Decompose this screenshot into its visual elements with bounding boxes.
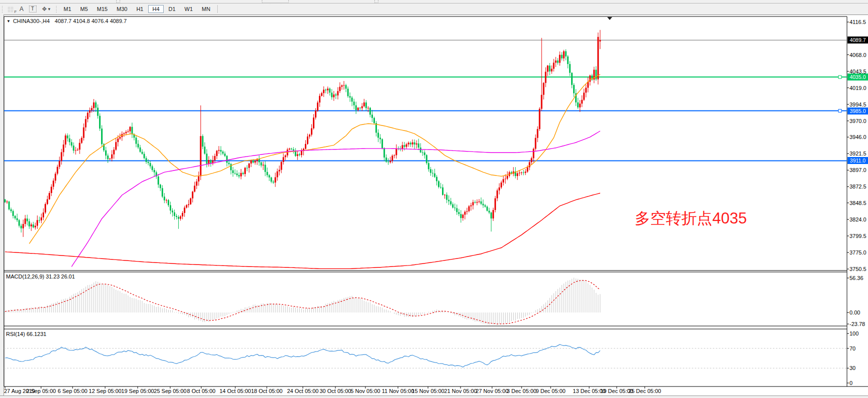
time-axis-label: 18 Oct 05:00	[250, 388, 284, 394]
rsi-axis-label: 100	[849, 330, 858, 336]
macd-histogram	[5, 278, 600, 325]
time-axis-label: 21 Nov 05:00	[444, 388, 478, 394]
macd-indicator-label: MACD(12,26,9) 31.23 26.01	[6, 274, 75, 280]
time-axis-label: 2 Sep 05:00	[24, 388, 58, 394]
macd-axis-label: 56.36	[849, 275, 863, 281]
macd-axis-label: 0.00	[849, 310, 860, 316]
price-tag[interactable]: 3911.0	[847, 157, 868, 164]
price-axis-label: 3946.0	[849, 134, 866, 140]
time-axis-label: 5 Nov 05:00	[348, 388, 382, 394]
price-axis-label: 4019.0	[849, 85, 866, 91]
time-axis-label: 8 Oct 05:00	[184, 388, 218, 394]
rsi-indicator-label: RSI(14) 66.1231	[6, 331, 47, 337]
rsi-axis-label: 0	[849, 380, 852, 386]
time-axis-label: 9 Dec 05:00	[534, 388, 568, 394]
ma-line-medium-ma	[72, 131, 600, 266]
time-axis-label: 25 Dec 05:00	[628, 388, 662, 394]
price-axis-label: 3921.5	[849, 150, 866, 156]
time-axis-label: 19 Sep 05:00	[121, 388, 155, 394]
macd-signal-line	[5, 280, 600, 324]
mt4-application-window: F A T ❖ ▾ M1M5M15M30H1H4D1W1MN ▼ CHINA30…	[0, 0, 868, 398]
price-axis-label: 3970.0	[849, 118, 866, 124]
time-axis-label: 30 Oct 05:00	[318, 388, 352, 394]
chart-canvas[interactable]	[0, 0, 868, 398]
ohlc-values: 4087.7 4104.8 4076.4 4089.7	[55, 18, 127, 24]
price-axis-label: 3799.5	[849, 233, 866, 239]
rsi-panel-layer	[4, 344, 847, 368]
price-axis-label: 3872.5	[849, 184, 866, 190]
ma-line-fast-ma	[29, 74, 600, 244]
chart-frame	[4, 16, 868, 386]
horizontal-lines-layer[interactable]	[4, 40, 847, 160]
time-axis-label: 15 Nov 05:00	[411, 388, 445, 394]
price-axis-label: 3994.5	[849, 102, 866, 108]
price-tag[interactable]: 4089.7	[847, 36, 868, 44]
rsi-axis-label: 30	[849, 365, 855, 371]
price-axis-label: 3848.5	[849, 200, 866, 206]
price-axis-label: 3750.5	[849, 266, 866, 272]
price-axis-label: 3897.0	[849, 167, 866, 173]
price-axis-label: 4068.0	[849, 52, 866, 58]
symbol-period-label: CHINA300-,H4	[13, 18, 50, 24]
price-tag[interactable]: 4035.0	[847, 74, 868, 80]
macd-axis-label: -23.78	[849, 321, 865, 327]
price-tag[interactable]: 3985.0	[847, 108, 868, 114]
time-axis-label: 11 Nov 05:00	[381, 388, 415, 394]
price-axis-label: 4116.5	[849, 19, 866, 25]
time-axis-label: 25 Sep 05:00	[153, 388, 187, 394]
rsi-axis-label: 70	[849, 346, 855, 352]
chart-menu-triangle-icon[interactable]: ▼	[7, 19, 11, 24]
time-axis-label: 12 Sep 05:00	[88, 388, 122, 394]
time-axis-label: 27 Nov 05:00	[475, 388, 509, 394]
time-axis-label: 14 Oct 05:00	[218, 388, 252, 394]
price-axis-label: 3775.0	[849, 250, 866, 256]
time-axis-label: 24 Oct 05:00	[286, 388, 320, 394]
candles-layer	[5, 30, 601, 237]
chart-title: ▼ CHINA300-,H4 4087.7 4104.8 4076.4 4089…	[7, 18, 127, 24]
price-axis-label: 3824.0	[849, 216, 866, 222]
chart-shift-marker-icon[interactable]	[607, 17, 612, 20]
pivot-annotation-text: 多空转折点4035	[635, 208, 747, 229]
time-axis-label: 6 Sep 05:00	[56, 388, 90, 394]
